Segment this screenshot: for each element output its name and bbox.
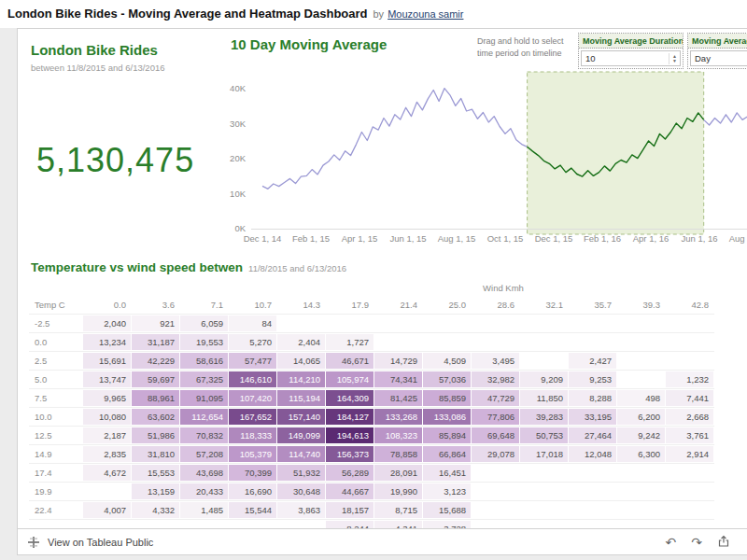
heatmap-cell-value[interactable]: 14,729 bbox=[374, 353, 422, 369]
heatmap-cell-value[interactable]: 1,485 bbox=[180, 502, 228, 518]
heatmap-cell-value[interactable]: 16,690 bbox=[229, 483, 276, 499]
heatmap-cell-value[interactable]: 32,982 bbox=[472, 371, 519, 387]
heatmap-cell-value[interactable]: 1,727 bbox=[326, 334, 374, 350]
redo-icon[interactable]: ↷ bbox=[691, 536, 702, 549]
param-duration-input[interactable]: 10 ▲ ▼ bbox=[581, 50, 681, 66]
heatmap-cell-value[interactable]: 9,242 bbox=[617, 427, 665, 443]
heatmap-cell-value[interactable]: 39,283 bbox=[520, 409, 568, 425]
heatmap-cell-value[interactable]: 921 bbox=[132, 315, 179, 331]
heatmap-cell-value[interactable]: 9,209 bbox=[520, 371, 568, 387]
heatmap-cell-value[interactable]: 4,672 bbox=[83, 465, 131, 481]
heatmap-cell-value[interactable]: 164,309 bbox=[326, 390, 374, 406]
heatmap-cell-value[interactable]: 8,288 bbox=[569, 390, 616, 406]
heatmap-cell-value[interactable]: 9,965 bbox=[83, 390, 131, 406]
heatmap-cell-value[interactable]: 70,832 bbox=[180, 427, 228, 443]
heatmap-cell-value[interactable]: 2,040 bbox=[83, 315, 131, 331]
param-period-dropdown[interactable]: Day ▼ bbox=[690, 50, 747, 66]
heatmap-cell-value[interactable]: 31,810 bbox=[132, 446, 179, 462]
heatmap-cell-value[interactable]: 13,234 bbox=[83, 334, 131, 350]
heatmap-cell-value[interactable]: 4,007 bbox=[83, 502, 131, 518]
heatmap-cell-value[interactable]: 46,671 bbox=[326, 353, 374, 369]
heatmap-cell-value[interactable]: 8,715 bbox=[374, 502, 422, 518]
heatmap-cell-value[interactable]: 15,553 bbox=[132, 465, 179, 481]
heatmap-cell-value[interactable]: 69,648 bbox=[472, 427, 519, 443]
heatmap-cell-value[interactable]: 57,036 bbox=[423, 371, 471, 387]
heatmap-cell-value[interactable]: 59,697 bbox=[132, 371, 179, 387]
heatmap-cell-value[interactable]: 6,200 bbox=[617, 409, 665, 425]
heatmap-cell-value[interactable]: 14,065 bbox=[277, 353, 325, 369]
heatmap-cell-value[interactable]: 33,195 bbox=[569, 409, 616, 425]
heatmap-cell-value[interactable]: 114,210 bbox=[277, 371, 325, 387]
heatmap-cell-value[interactable]: 13,159 bbox=[132, 483, 179, 499]
heatmap-cell-value[interactable]: 112,654 bbox=[180, 409, 228, 425]
heatmap-cell-value[interactable]: 4,332 bbox=[132, 502, 179, 518]
heatmap-cell-value[interactable]: 28,091 bbox=[374, 465, 422, 481]
heatmap-cell-value[interactable]: 18,157 bbox=[326, 502, 374, 518]
heatmap-cell-value[interactable]: 498 bbox=[617, 390, 665, 406]
heatmap-cell-value[interactable]: 74,341 bbox=[374, 371, 422, 387]
heatmap-cell-value[interactable]: 16,451 bbox=[423, 465, 471, 481]
heatmap-cell-value[interactable]: 118,333 bbox=[229, 427, 276, 443]
heatmap-cell-value[interactable]: 4,509 bbox=[423, 353, 471, 369]
heatmap-cell-value[interactable]: 114,740 bbox=[277, 446, 325, 462]
heatmap-cell-value[interactable]: 107,420 bbox=[229, 390, 276, 406]
heatmap-cell-value[interactable]: 2,404 bbox=[277, 334, 325, 350]
heatmap-cell-value[interactable]: 2,914 bbox=[666, 446, 713, 462]
spinner-icon[interactable]: ▲ ▼ bbox=[669, 53, 680, 64]
heatmap-cell-value[interactable]: 1,232 bbox=[666, 371, 713, 387]
heatmap-cell-value[interactable]: 57,208 bbox=[180, 446, 228, 462]
share-icon[interactable] bbox=[717, 535, 730, 550]
heatmap-cell-value[interactable]: 51,986 bbox=[132, 427, 179, 443]
heatmap-cell-value[interactable]: 78,858 bbox=[374, 446, 422, 462]
heatmap-cell-value[interactable]: 85,894 bbox=[423, 427, 471, 443]
heatmap-cell-value[interactable]: 47,729 bbox=[472, 390, 519, 406]
heatmap-cell-value[interactable]: 2,187 bbox=[83, 427, 131, 443]
heatmap-cell-value[interactable]: 51,932 bbox=[277, 465, 325, 481]
heatmap-cell-value[interactable]: 157,140 bbox=[277, 409, 325, 425]
heatmap-cell-value[interactable]: 194,613 bbox=[326, 427, 374, 443]
heatmap-cell-value[interactable]: 77,806 bbox=[472, 409, 519, 425]
heatmap-cell-value[interactable]: 43,698 bbox=[180, 465, 228, 481]
heatmap-cell-value[interactable]: 31,187 bbox=[132, 334, 179, 350]
heatmap-cell-value[interactable]: 85,859 bbox=[423, 390, 471, 406]
spinner-down-icon[interactable]: ▼ bbox=[672, 59, 677, 63]
heatmap-cell-value[interactable]: 19,990 bbox=[374, 483, 422, 499]
heatmap-cell-value[interactable]: 70,399 bbox=[229, 465, 276, 481]
heatmap-cell-value[interactable]: 3,761 bbox=[666, 427, 713, 443]
heatmap-cell-value[interactable]: 2,668 bbox=[666, 409, 713, 425]
heatmap-cell-value[interactable]: 108,323 bbox=[374, 427, 422, 443]
heatmap-cell-value[interactable]: 156,373 bbox=[326, 446, 374, 462]
heatmap-cell-value[interactable]: 17,018 bbox=[520, 446, 568, 462]
heatmap-cell-value[interactable]: 6,300 bbox=[617, 446, 665, 462]
heatmap-cell-value[interactable]: 15,691 bbox=[83, 353, 131, 369]
heatmap-cell-value[interactable]: 2,427 bbox=[569, 353, 616, 369]
heatmap-cell-value[interactable]: 146,610 bbox=[229, 371, 276, 387]
heatmap-cell-value[interactable]: 184,127 bbox=[326, 409, 374, 425]
undo-icon[interactable]: ↶ bbox=[666, 536, 677, 549]
heatmap-cell-value[interactable]: 66,864 bbox=[423, 446, 471, 462]
heatmap-cell-value[interactable]: 3,123 bbox=[423, 483, 471, 499]
heatmap-cell-value[interactable]: 6,059 bbox=[180, 315, 228, 331]
heatmap-cell-value[interactable]: 15,688 bbox=[423, 502, 471, 518]
heatmap-cell-value[interactable]: 19,553 bbox=[180, 334, 228, 350]
heatmap-cell-value[interactable]: 13,747 bbox=[83, 371, 131, 387]
heatmap-cell-value[interactable]: 167,652 bbox=[229, 409, 276, 425]
heatmap-cell-value[interactable]: 57,477 bbox=[229, 353, 276, 369]
heatmap-cell-value[interactable]: 15,544 bbox=[229, 502, 276, 518]
heatmap-cell-value[interactable]: 81,425 bbox=[374, 390, 422, 406]
heatmap-cell-value[interactable]: 20,433 bbox=[180, 483, 228, 499]
heatmap-cell-value[interactable]: 42,229 bbox=[132, 353, 179, 369]
heatmap-cell-value[interactable]: 88,961 bbox=[132, 390, 179, 406]
author-link[interactable]: Mouzouna samir bbox=[388, 8, 463, 20]
heatmap-cell-value[interactable]: 91,095 bbox=[180, 390, 228, 406]
heatmap-cell-value[interactable]: 29,078 bbox=[472, 446, 519, 462]
heatmap-cell-value[interactable]: 84 bbox=[229, 315, 276, 331]
heatmap-cell-value[interactable]: 5,270 bbox=[229, 334, 276, 350]
heatmap-cell-value[interactable]: 149,099 bbox=[277, 427, 325, 443]
heatmap-cell-value[interactable]: 50,753 bbox=[520, 427, 568, 443]
heatmap-cell-value[interactable]: 44,667 bbox=[326, 483, 374, 499]
heatmap-cell-value[interactable]: 30,648 bbox=[277, 483, 325, 499]
heatmap-cell-value[interactable]: 3,495 bbox=[472, 353, 519, 369]
heatmap-cell-value[interactable]: 11,850 bbox=[520, 390, 568, 406]
heatmap-cell-value[interactable]: 63,602 bbox=[132, 409, 179, 425]
